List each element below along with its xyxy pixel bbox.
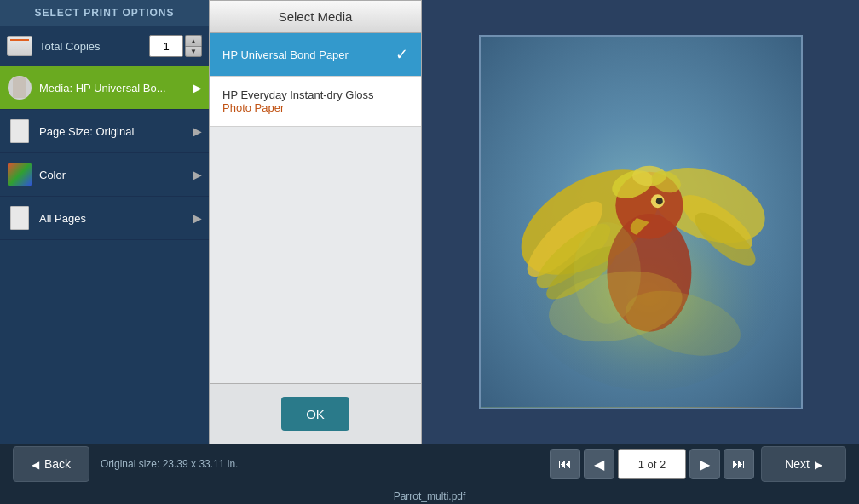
copies-up-button[interactable]: ▲ (185, 35, 202, 46)
preview-image (479, 35, 803, 410)
allpages-arrow-icon: ▶ (193, 211, 202, 225)
allpages-icon (7, 205, 32, 231)
svg-point-12 (655, 198, 662, 204)
next-button[interactable]: Next (761, 446, 846, 482)
pagesize-arrow-icon: ▶ (193, 124, 202, 138)
first-page-icon: ⏮ (558, 456, 572, 472)
bottom-controls: Back Original size: 23.39 x 33.11 in. ⏮ … (13, 446, 846, 482)
media-label: Media: HP Universal Bo... (39, 82, 193, 94)
copies-icon (7, 36, 32, 56)
last-page-button[interactable]: ⏭ (724, 449, 754, 479)
media-option-bond[interactable]: HP Universal Bond Paper ✓ (210, 33, 421, 77)
original-size-text: Original size: 23.39 x 33.11 in. (96, 458, 543, 470)
copies-row: Total Copies ▲ ▼ (0, 26, 209, 66)
copies-label: Total Copies (39, 40, 149, 53)
media-icon (7, 75, 32, 100)
back-arrow-icon (32, 457, 39, 471)
media-dropdown-panel: Select Media HP Universal Bond Paper ✓ H… (209, 0, 422, 444)
prev-page-button[interactable]: ◀ (584, 449, 614, 479)
sidebar-item-media[interactable]: Media: HP Universal Bo... ▶ (0, 66, 209, 110)
copies-input[interactable] (149, 35, 183, 57)
color-label: Color (39, 169, 193, 181)
back-label: Back (44, 457, 71, 471)
copies-down-button[interactable]: ▼ (185, 46, 202, 57)
last-page-icon: ⏭ (732, 456, 746, 472)
first-page-button[interactable]: ⏮ (550, 449, 580, 479)
color-icon (7, 162, 32, 187)
filename-text: Parrot_multi.pdf (394, 490, 466, 502)
next-page-icon: ▶ (700, 456, 710, 472)
bottom-bar: Back Original size: 23.39 x 33.11 in. ⏮ … (0, 444, 859, 504)
svg-point-18 (573, 222, 640, 324)
dropdown-title: Select Media (210, 1, 421, 33)
sidebar-header: SELECT PRINT OPTIONS (0, 0, 209, 26)
back-button[interactable]: Back (13, 446, 89, 482)
next-arrow-icon (815, 457, 822, 471)
nav-controls: ⏮ ◀ 1 of 2 ▶ ⏭ (550, 449, 754, 479)
next-label: Next (785, 457, 810, 471)
color-arrow-icon: ▶ (193, 168, 202, 181)
copies-stepper: ▲ ▼ (185, 35, 202, 57)
preview-area (422, 0, 859, 444)
dropdown-footer: OK (210, 383, 421, 444)
prev-page-icon: ◀ (594, 456, 604, 472)
sidebar-item-color[interactable]: Color ▶ (0, 153, 209, 197)
pagesize-label: Page Size: Original (39, 125, 193, 138)
page-indicator: 1 of 2 (618, 449, 686, 479)
sidebar: SELECT PRINT OPTIONS Total Copies ▲ ▼ Me… (0, 0, 209, 444)
sidebar-item-pagesize[interactable]: Page Size: Original ▶ (0, 110, 209, 153)
allpages-label: All Pages (39, 212, 193, 225)
selected-check-icon: ✓ (395, 45, 408, 64)
media-arrow-icon: ▶ (193, 81, 202, 94)
gloss-paper-label: HP Everyday Instant-dry Gloss Photo Pape… (222, 89, 408, 114)
bond-paper-label: HP Universal Bond Paper (222, 49, 395, 61)
filename-bar: Parrot_multi.pdf (13, 490, 846, 502)
ok-button[interactable]: OK (281, 397, 349, 431)
sidebar-item-allpages[interactable]: All Pages ▶ (0, 197, 209, 240)
pagesize-icon (7, 118, 32, 144)
next-page-button[interactable]: ▶ (689, 449, 720, 479)
dropdown-list: HP Universal Bond Paper ✓ HP Everyday In… (210, 33, 421, 383)
media-option-gloss[interactable]: HP Everyday Instant-dry Gloss Photo Pape… (210, 77, 421, 127)
